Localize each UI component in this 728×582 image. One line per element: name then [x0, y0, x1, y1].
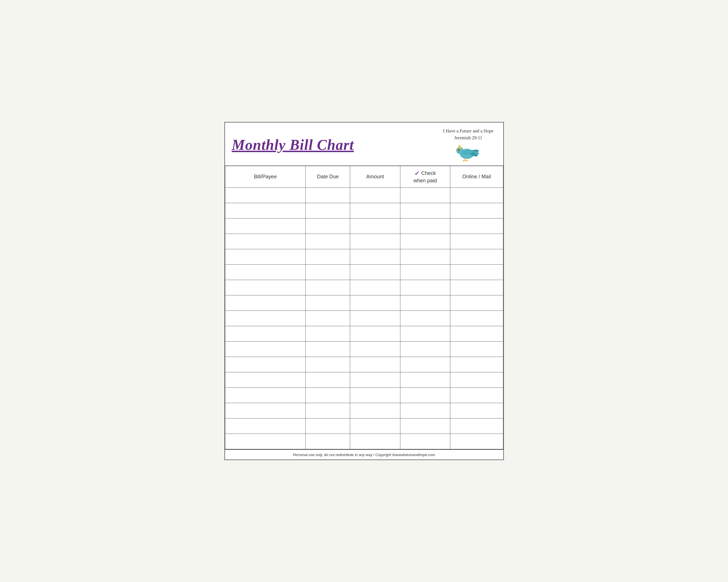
table-cell	[306, 341, 350, 357]
table-cell	[400, 219, 450, 234]
table-cell	[225, 434, 306, 449]
table-cell	[400, 372, 450, 388]
table-row	[225, 311, 503, 326]
table-row	[225, 203, 503, 219]
table-cell	[306, 265, 350, 280]
table-cell	[225, 265, 306, 280]
table-cell	[306, 203, 350, 219]
col-header-date: Date Due	[306, 166, 350, 188]
table-cell	[450, 219, 503, 234]
table-cell	[306, 372, 350, 388]
table-cell	[450, 434, 503, 449]
table-cell	[400, 296, 450, 311]
table-cell	[400, 280, 450, 296]
table-cell	[400, 311, 450, 326]
table-cell	[225, 357, 306, 372]
table-cell	[306, 403, 350, 418]
table-row	[225, 249, 503, 265]
table-cell	[450, 418, 503, 434]
table-cell	[225, 311, 306, 326]
table-cell	[400, 249, 450, 265]
table-cell	[225, 203, 306, 219]
table-row	[225, 403, 503, 418]
bird-icon	[454, 140, 483, 163]
table-row	[225, 372, 503, 388]
table-cell	[450, 341, 503, 357]
table-cell	[450, 388, 503, 403]
table-cell	[450, 265, 503, 280]
table-row	[225, 326, 503, 341]
table-cell	[350, 326, 400, 341]
table-cell	[225, 249, 306, 265]
table-cell	[350, 219, 400, 234]
col-header-payee: Bill/Payee	[225, 166, 306, 188]
table-cell	[225, 280, 306, 296]
svg-point-3	[458, 149, 460, 150]
table-cell	[450, 311, 503, 326]
table-row	[225, 280, 503, 296]
table-row	[225, 188, 503, 203]
bill-table: Bill/Payee Date Due Amount ✓ Check when …	[225, 166, 503, 449]
table-cell	[350, 203, 400, 219]
table-row	[225, 341, 503, 357]
table-cell	[225, 188, 306, 203]
table-cell	[306, 434, 350, 449]
table-cell	[225, 326, 306, 341]
table-cell	[350, 434, 400, 449]
table-cell	[350, 372, 400, 388]
table-header-row: Bill/Payee Date Due Amount ✓ Check when …	[225, 166, 503, 188]
table-cell	[306, 296, 350, 311]
table-cell	[450, 280, 503, 296]
table-row	[225, 265, 503, 280]
table-cell	[450, 372, 503, 388]
page-footer: Personal use only, do not redistribute i…	[225, 449, 503, 460]
table-row	[225, 357, 503, 372]
table-row	[225, 234, 503, 249]
table-cell	[306, 388, 350, 403]
table-cell	[306, 219, 350, 234]
table-cell	[350, 188, 400, 203]
table-cell	[306, 234, 350, 249]
table-cell	[225, 418, 306, 434]
table-cell	[450, 203, 503, 219]
table-body	[225, 188, 503, 449]
table-cell	[400, 357, 450, 372]
table-cell	[450, 188, 503, 203]
table-cell	[400, 265, 450, 280]
table-row	[225, 219, 503, 234]
table-cell	[225, 219, 306, 234]
table-cell	[225, 234, 306, 249]
table-cell	[400, 388, 450, 403]
table-cell	[450, 326, 503, 341]
table-cell	[306, 249, 350, 265]
table-cell	[450, 296, 503, 311]
col-header-check: ✓ Check when paid	[400, 166, 450, 188]
table-cell	[350, 311, 400, 326]
table-cell	[225, 403, 306, 418]
table-row	[225, 418, 503, 434]
table-cell	[450, 249, 503, 265]
table-cell	[400, 234, 450, 249]
table-cell	[350, 280, 400, 296]
table-cell	[350, 234, 400, 249]
table-cell	[350, 249, 400, 265]
table-cell	[350, 357, 400, 372]
table-cell	[306, 280, 350, 296]
table-cell	[450, 357, 503, 372]
checkmark-icon: ✓	[414, 169, 419, 178]
table-cell	[400, 203, 450, 219]
table-cell	[350, 265, 400, 280]
table-cell	[306, 188, 350, 203]
table-row	[225, 434, 503, 449]
svg-point-4	[458, 149, 459, 150]
col-header-amount: Amount	[350, 166, 400, 188]
table-cell	[400, 403, 450, 418]
table-cell	[400, 434, 450, 449]
table-cell	[225, 388, 306, 403]
table-cell	[350, 341, 400, 357]
table-cell	[450, 234, 503, 249]
table-cell	[350, 388, 400, 403]
svg-line-9	[464, 158, 465, 160]
table-cell	[225, 296, 306, 311]
table-cell	[225, 341, 306, 357]
